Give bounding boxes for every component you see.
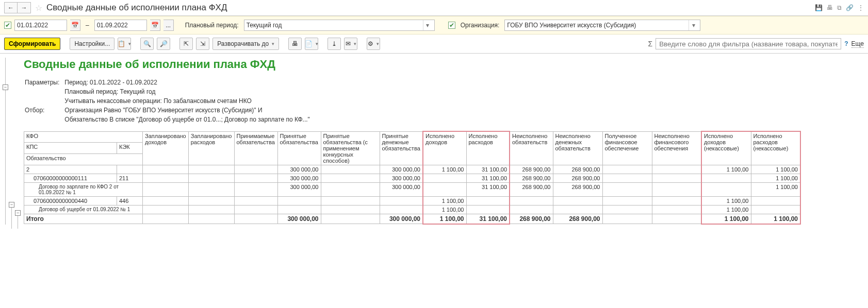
date-to-calendar-button[interactable]: 📅 (150, 20, 160, 31)
cell (321, 165, 380, 174)
cell (652, 182, 701, 196)
table-row: 070600000000004404461 100,001 100,00 (24, 196, 801, 205)
find-button[interactable]: 🔍 (140, 38, 154, 50)
cell: 1 100,00 (423, 205, 466, 214)
row-label: 07060000000000111 (24, 174, 117, 182)
cell (701, 174, 751, 182)
outline-toggle[interactable]: − (15, 210, 21, 216)
cell (143, 165, 189, 174)
cell: 1 100,00 (751, 182, 800, 196)
date-from-calendar-button[interactable]: 📅 (70, 20, 80, 31)
cell (234, 205, 277, 214)
selection-line: Обязательство В списке "Договор об ущерб… (64, 115, 314, 124)
expand-to-button[interactable]: Разворачивать до▾ (212, 38, 279, 50)
preview-icon[interactable]: ⧉ (837, 4, 842, 11)
org-select[interactable]: ГОБУ ВПО Университет искусств (Субсидия)… (504, 20, 700, 31)
link-icon[interactable]: 🔗 (846, 4, 854, 11)
cell (423, 182, 466, 196)
cell (602, 165, 652, 174)
col-header: Неисполнено обязательств (510, 131, 553, 165)
chevron-down-icon[interactable]: ▾ (689, 20, 698, 30)
print-icon[interactable]: 🖶 (827, 4, 833, 11)
total-cell (143, 214, 189, 224)
col-header: Неисполнено финансового обеспечения (652, 131, 701, 165)
report-body: Сводные данные об исполнении плана ФХД П… (24, 58, 864, 225)
cell: 268 900,00 (553, 174, 602, 182)
date-to-value: 01.09.2022 (97, 22, 128, 29)
print-menu-button[interactable]: 📄▾ (305, 38, 318, 50)
collapse-button[interactable]: ⇱ (179, 38, 193, 50)
expand-button[interactable]: ⇲ (196, 38, 209, 50)
cell (510, 205, 553, 214)
outline-toggle[interactable]: − (3, 84, 8, 90)
save-icon[interactable]: 💾 (815, 4, 823, 11)
cell (652, 205, 701, 214)
nav-forward-button[interactable]: → (18, 2, 31, 13)
date-from-input[interactable]: 01.01.2022 (14, 20, 67, 31)
cell (234, 174, 277, 182)
cell (143, 182, 189, 196)
send-email-button[interactable]: ✉▾ (344, 38, 357, 50)
cell: 268 900,00 (510, 165, 553, 174)
date-range-more-button[interactable]: ... (163, 20, 174, 31)
col-header: Принятые денежные обязательства (380, 131, 423, 165)
date-enabled-checkbox[interactable]: ✔ (4, 22, 11, 29)
selection-line: Организация Равно "ГОБУ ВПО Университет … (64, 106, 314, 114)
outline-toggle[interactable]: − (9, 202, 14, 208)
sum-button[interactable]: ⚙▾ (367, 38, 380, 50)
cell: 1 100,00 (423, 196, 466, 205)
cell (602, 174, 652, 182)
nav-back-button[interactable]: ← (4, 2, 18, 13)
find-next-button[interactable]: 🔎 (157, 38, 170, 50)
cell (234, 182, 277, 196)
selection-label: Отбор: (25, 106, 63, 114)
cell: 1 100,00 (701, 165, 751, 174)
favorite-star-icon[interactable]: ☆ (35, 3, 42, 13)
form-button[interactable]: Сформировать (4, 38, 60, 50)
cell: 300 000,00 (380, 182, 423, 196)
col-header: Принятые обязательства (с применением ко… (321, 131, 380, 165)
cell (510, 196, 553, 205)
report-grid: КФО Запланировано доходов Запланировано … (24, 131, 801, 225)
cell (234, 196, 277, 205)
save-file-button[interactable]: ⤓ (327, 38, 341, 50)
cell (751, 205, 800, 214)
total-cell: 268 900,00 (510, 214, 553, 224)
cell (380, 205, 423, 214)
filter-input[interactable] (656, 38, 841, 49)
col-kfo: КФО (24, 131, 143, 143)
cell: 300 000,00 (277, 165, 321, 174)
cell (466, 205, 510, 214)
cell (143, 174, 189, 182)
row-label: Договор по зарплате по КФО 2 от 01.09.20… (24, 182, 143, 196)
cell (321, 196, 380, 205)
chevron-down-icon[interactable]: ▾ (423, 20, 432, 30)
col-header: Исполнено расходов (466, 131, 510, 165)
cell (380, 196, 423, 205)
col-header: Исполнено доходов (некассовые) (701, 131, 751, 165)
total-cell: 1 100,00 (701, 214, 751, 224)
cell (143, 205, 189, 214)
cell (321, 205, 380, 214)
settings-variants-button[interactable]: 📋▾ (118, 38, 131, 50)
titlebar-right-icons: 💾 🖶 ⧉ 🔗 ⋮ (815, 4, 864, 11)
cell: 31 100,00 (466, 174, 510, 182)
org-enabled-checkbox[interactable]: ✔ (448, 22, 455, 29)
help-button[interactable]: ? (844, 40, 848, 47)
plan-period-value: Текущий год (247, 22, 282, 29)
table-row: 07060000000000111211300 000,00300 000,00… (24, 174, 801, 182)
date-to-input[interactable]: 01.09.2022 (94, 20, 147, 31)
report-params: Параметры: Период: 01.01.2022 - 01.09.20… (24, 77, 315, 125)
filterbar: ✔ 01.01.2022 📅 – 01.09.2022 📅 ... Планов… (0, 16, 868, 35)
col-header: Принятые обязательства (277, 131, 321, 165)
org-label: Организация: (461, 22, 500, 29)
total-cell: 300 000,00 (277, 214, 321, 224)
cell (553, 196, 602, 205)
more-icon[interactable]: ⋮ (858, 4, 864, 11)
more-menu-button[interactable]: Еще (851, 40, 864, 48)
plan-period-select[interactable]: Текущий год ▾ (244, 20, 435, 31)
print-button[interactable]: 🖶 (288, 38, 302, 50)
cell (602, 196, 652, 205)
cell: 300 000,00 (380, 174, 423, 182)
settings-button[interactable]: Настройки... (70, 38, 114, 50)
